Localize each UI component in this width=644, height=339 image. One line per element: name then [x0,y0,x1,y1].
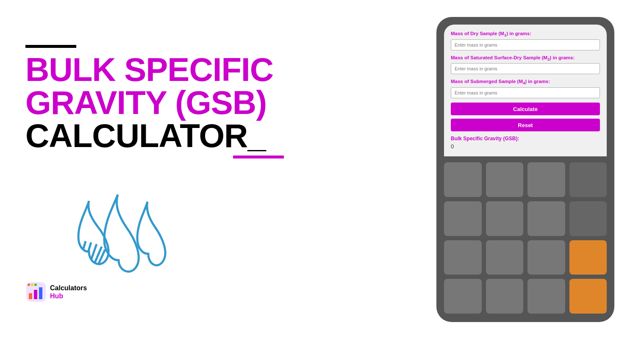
key-3[interactable] [527,162,565,197]
key-12[interactable] [444,279,482,314]
key-7[interactable] [527,201,565,236]
svg-point-9 [28,283,30,286]
key-1[interactable] [444,162,482,197]
title-line-2: GRAVITY (GSB) [25,86,373,119]
svg-rect-6 [29,293,32,299]
svg-point-10 [31,283,33,286]
submerged-mass-label: Mass of Submerged Sample (M4) in grams: [451,78,600,86]
key-13[interactable] [486,279,524,314]
key-equals-2[interactable] [569,279,607,314]
submerged-mass-input[interactable] [451,87,600,98]
calculator-panel: Mass of Dry Sample (M1) in grams: Mass o… [436,17,619,322]
ssd-mass-input[interactable] [451,63,600,74]
title-line-1: BULK SPECIFIC [25,53,373,86]
logo-text: Calculators Hub [50,284,87,300]
bottom-decorative-bar [233,156,284,158]
key-2[interactable] [486,162,524,197]
left-panel: BULK SPECIFIC GRAVITY (GSB) CALCULATOR_ [25,36,373,303]
key-5[interactable] [444,201,482,236]
ssd-mass-label: Mass of Saturated Surface-Dry Sample (M2… [451,55,600,62]
logo-area: Calculators Hub [25,281,373,303]
calculator-screen: Mass of Dry Sample (M1) in grams: Mass o… [444,25,607,156]
dry-mass-label: Mass of Dry Sample (M1) in grams: [451,31,600,38]
key-14[interactable] [527,279,565,314]
logo-icon [25,281,47,303]
title-underscore-text: _ [247,119,265,152]
svg-rect-7 [34,290,37,299]
keypad-row-1 [444,162,607,197]
calculator-body: Mass of Dry Sample (M1) in grams: Mass o… [436,17,614,322]
keypad-row-3 [444,240,607,275]
top-decorative-bar [25,45,76,48]
keypad-row-2 [444,201,607,236]
dry-mass-input[interactable] [451,39,600,50]
reset-button[interactable]: Reset [451,119,600,131]
calculate-button[interactable]: Calculate [451,103,600,115]
water-drops-illustration [64,171,174,273]
title-line-3-text: CALCULATOR [25,119,247,152]
key-equals[interactable] [569,240,607,275]
key-8[interactable] [569,201,607,236]
dry-mass-field-group: Mass of Dry Sample (M1) in grams: [451,31,600,50]
svg-rect-8 [39,287,42,299]
key-10[interactable] [486,240,524,275]
key-6[interactable] [486,201,524,236]
svg-point-11 [34,283,37,286]
title-line-3: CALCULATOR_ [25,119,373,152]
logo-name-line2: Hub [50,292,87,300]
result-value: 0 [451,143,600,150]
key-11[interactable] [527,240,565,275]
logo-name-line1: Calculators [50,284,87,292]
key-4[interactable] [569,162,607,197]
calculator-keypad [436,156,614,322]
key-9[interactable] [444,240,482,275]
keypad-row-4 [444,279,607,314]
result-label: Bulk Specific Gravity (GSB): [451,136,600,142]
ssd-mass-field-group: Mass of Saturated Surface-Dry Sample (M2… [451,55,600,75]
submerged-mass-field-group: Mass of Submerged Sample (M4) in grams: [451,78,600,98]
